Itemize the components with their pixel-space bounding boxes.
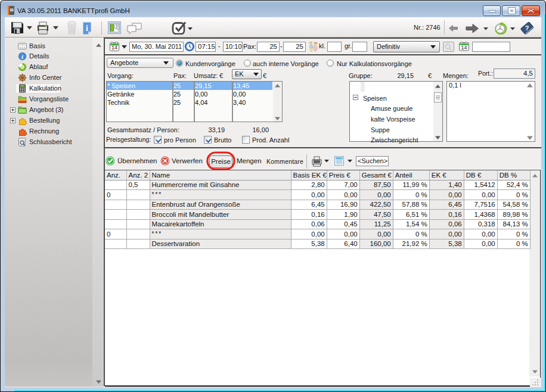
svg-text:14: 14 [111,45,117,51]
svg-text:14: 14 [461,45,467,51]
svg-text:i: i [86,24,88,33]
svg-text:?: ? [525,24,529,32]
